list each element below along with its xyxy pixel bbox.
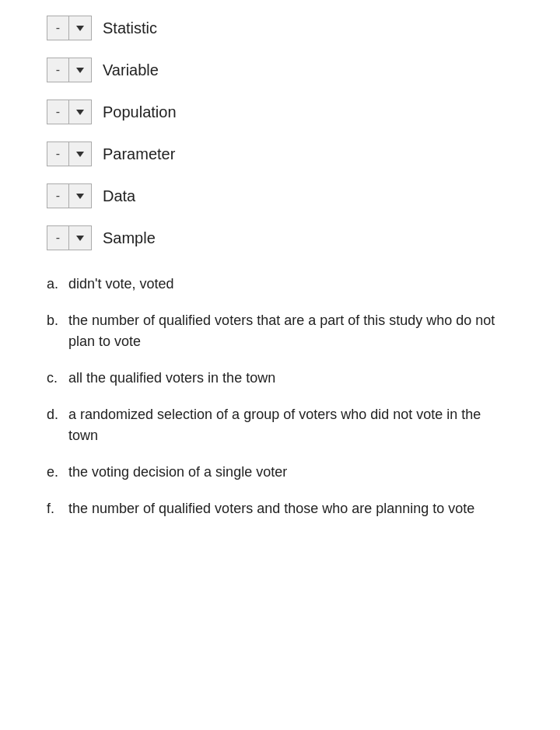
dropdown-arrow-data[interactable] — [69, 184, 91, 208]
dropdown-arrow-variable[interactable] — [69, 58, 91, 82]
list-item: e.the voting decision of a single voter — [47, 462, 513, 483]
list-item: a.didn't vote, voted — [47, 274, 513, 295]
dropdown-row-parameter: -Parameter — [47, 141, 513, 166]
answer-letter: b. — [47, 310, 68, 331]
dropdown-row-data: -Data — [47, 183, 513, 208]
answer-letter: c. — [47, 368, 68, 389]
list-item: f.the number of qualified voters and tho… — [47, 498, 513, 519]
dropdown-minus-parameter[interactable]: - — [47, 142, 69, 166]
dropdown-arrow-population[interactable] — [69, 100, 91, 124]
dropdown-minus-data[interactable]: - — [47, 184, 69, 208]
list-item: b.the number of qualified voters that ar… — [47, 310, 513, 352]
answer-text: a randomized selection of a group of vot… — [68, 404, 513, 446]
dropdown-minus-statistic[interactable]: - — [47, 16, 69, 40]
dropdown-control-variable[interactable]: - — [47, 58, 92, 82]
answers-section: a.didn't vote, votedb.the number of qual… — [47, 274, 513, 519]
dropdown-row-sample: -Sample — [47, 225, 513, 250]
dropdown-control-population[interactable]: - — [47, 100, 92, 124]
answer-letter: d. — [47, 404, 68, 425]
dropdown-label-statistic: Statistic — [103, 19, 157, 37]
dropdown-label-sample: Sample — [103, 229, 156, 247]
list-item: c.all the qualified voters in the town — [47, 368, 513, 389]
dropdown-minus-population[interactable]: - — [47, 100, 69, 124]
dropdown-arrow-statistic[interactable] — [69, 16, 91, 40]
answer-text: the voting decision of a single voter — [68, 462, 513, 483]
dropdown-arrow-sample[interactable] — [69, 226, 91, 250]
dropdown-label-population: Population — [103, 103, 177, 121]
dropdown-minus-variable[interactable]: - — [47, 58, 69, 82]
dropdown-row-variable: -Variable — [47, 58, 513, 82]
dropdown-arrow-parameter[interactable] — [69, 142, 91, 166]
answer-text: the number of qualified voters that are … — [68, 310, 513, 352]
dropdown-control-parameter[interactable]: - — [47, 141, 92, 166]
dropdown-control-data[interactable]: - — [47, 183, 92, 208]
answer-letter: a. — [47, 274, 68, 295]
dropdown-row-population: -Population — [47, 100, 513, 124]
dropdown-row-statistic: -Statistic — [47, 16, 513, 40]
dropdown-label-variable: Variable — [103, 61, 159, 79]
dropdown-label-parameter: Parameter — [103, 145, 175, 163]
answer-letter: e. — [47, 462, 68, 483]
answer-text: all the qualified voters in the town — [68, 368, 513, 389]
dropdown-minus-sample[interactable]: - — [47, 226, 69, 250]
answer-letter: f. — [47, 498, 68, 519]
dropdown-control-statistic[interactable]: - — [47, 16, 92, 40]
dropdowns-section: -Statistic-Variable-Population-Parameter… — [47, 16, 513, 250]
dropdown-control-sample[interactable]: - — [47, 225, 92, 250]
list-item: d.a randomized selection of a group of v… — [47, 404, 513, 446]
dropdown-label-data: Data — [103, 187, 135, 205]
answer-text: the number of qualified voters and those… — [68, 498, 513, 519]
answer-text: didn't vote, voted — [68, 274, 513, 295]
